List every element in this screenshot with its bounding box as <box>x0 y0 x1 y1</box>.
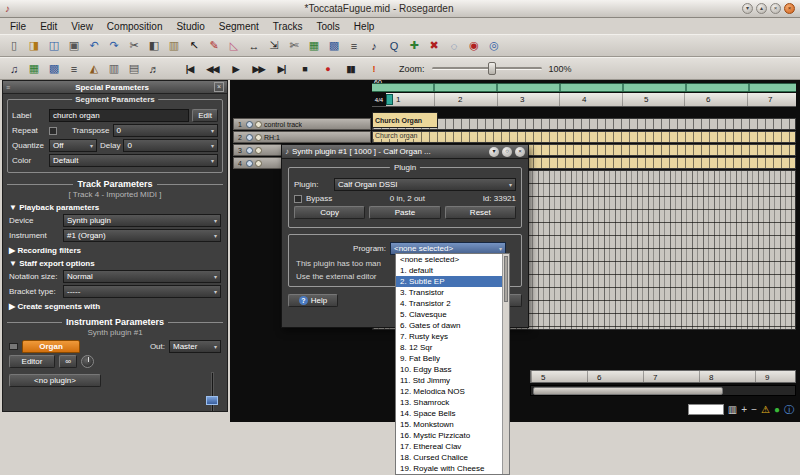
no-plugin-button[interactable]: <no plugin> <box>9 374 101 387</box>
program-option[interactable]: 6. Gates of dawn <box>396 320 509 331</box>
menu-item[interactable]: Studio <box>169 20 211 33</box>
organ-segment[interactable]: Church organ <box>372 131 796 143</box>
panic-button[interactable]: ! <box>362 59 385 78</box>
program-option[interactable]: 14. Space Bells <box>396 408 509 419</box>
create-segments-section[interactable]: ▶ Create segments with <box>9 302 221 311</box>
minimize-button[interactable]: ▾ <box>742 3 753 14</box>
program-option[interactable]: 16. Mystic Pizzicato <box>396 430 509 441</box>
editor-button[interactable]: Editor <box>9 355 55 368</box>
church-organ-segment-label[interactable]: Church Organ <box>372 112 438 128</box>
program-option[interactable]: 15. Monkstown <box>396 419 509 430</box>
track-mute-icon[interactable] <box>246 134 253 141</box>
new-file-icon[interactable]: ▯ <box>4 36 24 55</box>
menu-item[interactable]: Segment <box>212 20 266 33</box>
tempo-ruler[interactable] <box>372 83 796 92</box>
zoom-out-icon[interactable]: − <box>751 404 757 415</box>
staff-export-section[interactable]: ▼ Staff export options <box>9 259 221 268</box>
paste-button[interactable]: Paste <box>369 206 440 219</box>
track-row[interactable]: 1 control track <box>233 118 371 130</box>
program-option[interactable]: <none selected> <box>396 254 509 265</box>
metronome-icon[interactable]: ◭ <box>84 59 104 78</box>
output-select[interactable]: Master <box>169 340 221 353</box>
fader-thumb[interactable] <box>206 396 218 405</box>
popup-scrollbar[interactable] <box>502 254 509 474</box>
track-record-icon[interactable] <box>255 134 262 141</box>
record-button[interactable]: ● <box>316 59 339 78</box>
copy-button[interactable]: Copy <box>294 206 365 219</box>
program-option[interactable]: 12. Melodica NOS <box>396 386 509 397</box>
manage-midi-devices-icon[interactable]: ♬ <box>144 59 164 78</box>
track-mute-icon[interactable] <box>246 147 253 154</box>
paste-icon[interactable]: ▥ <box>164 36 184 55</box>
notation-size-select[interactable]: Normal <box>63 270 221 283</box>
maximize-button[interactable]: ▴ <box>756 3 767 14</box>
stereo-button[interactable]: ∞ <box>59 355 77 368</box>
program-option[interactable]: 18. Cursed Chalice <box>396 452 509 463</box>
add-track-icon[interactable]: ✚ <box>404 36 424 55</box>
dialog-maximize-button[interactable]: ○ <box>502 147 512 157</box>
program-option[interactable]: 13. Shamrock <box>396 397 509 408</box>
track-record-icon[interactable] <box>255 160 262 167</box>
program-option[interactable]: 3. Transistor <box>396 287 509 298</box>
color-select[interactable]: Default <box>49 154 218 167</box>
horizontal-scrollbar[interactable] <box>530 385 796 396</box>
editor-measure-ruler[interactable]: 56789 <box>530 370 796 383</box>
measure-ruler[interactable]: 4/4 1234567 <box>372 93 796 107</box>
open-in-matrix-icon[interactable]: ▦ <box>24 59 44 78</box>
menu-item[interactable]: Tools <box>309 20 346 33</box>
forward-to-end-button[interactable]: ▶| <box>270 59 293 78</box>
menu-item[interactable]: Help <box>347 20 382 33</box>
transpose-select[interactable]: 0 <box>113 124 219 137</box>
program-option[interactable]: 2. Subtle EP <box>396 276 509 287</box>
track-record-icon[interactable] <box>255 147 262 154</box>
redo-icon[interactable]: ↷ <box>104 36 124 55</box>
rewind-button[interactable]: ◀◀ <box>201 59 224 78</box>
level-fader[interactable] <box>205 372 219 412</box>
plugin-select[interactable]: Calf Organ DSSI <box>334 178 516 191</box>
event-list-icon[interactable]: ≡ <box>344 36 364 55</box>
pan-knob[interactable] <box>81 355 94 368</box>
menu-item[interactable]: File <box>3 20 33 33</box>
repeat-checkbox[interactable] <box>49 127 57 135</box>
program-option[interactable]: 5. Clavesque <box>396 309 509 320</box>
panel-close-icon[interactable]: × <box>214 82 224 92</box>
info-icon[interactable]: ⓘ <box>784 403 794 417</box>
menu-item[interactable]: View <box>64 20 100 33</box>
program-option[interactable]: 11. Std Jimmy <box>396 375 509 386</box>
program-option[interactable]: 8. 12 Sqr <box>396 342 509 353</box>
save-file-icon[interactable]: ◫ <box>44 36 64 55</box>
midi-activity-icon[interactable]: ● <box>774 404 780 415</box>
cut-icon[interactable]: ✂ <box>124 36 144 55</box>
percussion-matrix-icon[interactable]: ▩ <box>324 36 344 55</box>
bypass-checkbox[interactable] <box>294 195 302 203</box>
playback-pointer-marker[interactable] <box>386 94 393 105</box>
solo-track-icon[interactable]: ◎ <box>484 36 504 55</box>
quantize-icon[interactable]: Q <box>384 36 404 55</box>
open-in-notation-icon[interactable]: ♫ <box>4 59 24 78</box>
select-tool-icon[interactable]: ↖ <box>184 36 204 55</box>
record-arm-icon[interactable]: ◉ <box>464 36 484 55</box>
program-option[interactable]: 9. Fat Belly <box>396 353 509 364</box>
piano-keyboard-icon[interactable]: ▥ <box>728 404 737 415</box>
menu-item[interactable]: Tracks <box>266 20 310 33</box>
open-file-icon[interactable]: ◨ <box>24 36 44 55</box>
program-option[interactable]: 4. Transistor 2 <box>396 298 509 309</box>
program-option[interactable]: 17. Ethereal Clav <box>396 441 509 452</box>
dialog-shade-button[interactable]: ▾ <box>489 147 499 157</box>
recording-filters-section[interactable]: ▶ Recording filters <box>9 246 221 255</box>
program-option[interactable]: 1. default <box>396 265 509 276</box>
popup-scrollbar-thumb[interactable] <box>504 256 508 302</box>
zoom-in-icon[interactable]: + <box>741 404 747 415</box>
copy-icon[interactable]: ◧ <box>144 36 164 55</box>
program-option[interactable]: 7. Rusty keys <box>396 331 509 342</box>
zoom-slider[interactable] <box>432 61 542 76</box>
segment-label-field[interactable]: church organ <box>49 109 189 122</box>
zoom-slider-thumb[interactable] <box>488 62 496 75</box>
erase-tool-icon[interactable]: ◺ <box>224 36 244 55</box>
play-button[interactable]: ▶ <box>224 59 247 78</box>
matrix-editor-icon[interactable]: ▦ <box>304 36 324 55</box>
rewind-to-start-button[interactable]: |◀ <box>178 59 201 78</box>
device-select[interactable]: Synth plugin <box>63 214 221 227</box>
instrument-alias-button[interactable]: Organ <box>22 340 80 353</box>
open-in-percussion-icon[interactable]: ▩ <box>44 59 64 78</box>
